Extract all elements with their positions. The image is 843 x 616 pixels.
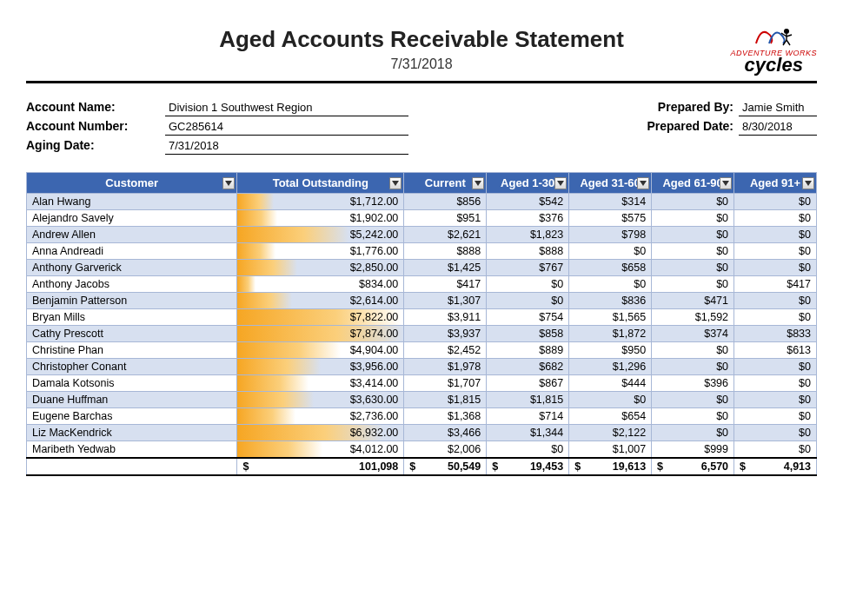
- filter-dropdown-icon[interactable]: [554, 177, 567, 189]
- cell-a2[interactable]: $575: [569, 210, 652, 227]
- cell-a3[interactable]: $0: [652, 392, 734, 408]
- filter-dropdown-icon[interactable]: [222, 177, 235, 189]
- cell-a3[interactable]: $471: [652, 293, 734, 309]
- cell-a1[interactable]: $1,823: [487, 227, 569, 243]
- cell-a2[interactable]: $1,872: [569, 326, 652, 342]
- col-header-aged-61-90[interactable]: Aged 61-90: [652, 173, 734, 194]
- cell-a2[interactable]: $1,565: [569, 309, 652, 326]
- cell-a2[interactable]: $0: [569, 243, 652, 260]
- col-header-aged-91[interactable]: Aged 91+: [734, 173, 817, 194]
- cell-customer[interactable]: Cathy Prescott: [27, 326, 237, 342]
- cell-a1[interactable]: $889: [487, 342, 569, 359]
- col-header-total[interactable]: Total Outstanding: [237, 173, 404, 194]
- cell-total[interactable]: $2,850.00: [237, 260, 404, 276]
- cell-a2[interactable]: $2,122: [569, 425, 652, 441]
- cell-total[interactable]: $1,712.00: [237, 194, 404, 210]
- cell-a1[interactable]: $0: [487, 276, 569, 293]
- cell-total[interactable]: $7,822.00: [237, 309, 404, 326]
- cell-a4[interactable]: $0: [734, 441, 817, 459]
- cell-a1[interactable]: $754: [487, 309, 569, 326]
- cell-a1[interactable]: $888: [487, 243, 569, 260]
- cell-a4[interactable]: $0: [734, 359, 817, 375]
- cell-a4[interactable]: $0: [734, 408, 817, 425]
- col-header-customer[interactable]: Customer: [27, 173, 237, 194]
- col-header-aged-1-30[interactable]: Aged 1-30: [487, 173, 569, 194]
- cell-a4[interactable]: $0: [734, 243, 817, 260]
- cell-a3[interactable]: $0: [652, 210, 734, 227]
- cell-total[interactable]: $6,932.00: [237, 425, 404, 441]
- cell-a3[interactable]: $396: [652, 375, 734, 392]
- cell-a1[interactable]: $0: [487, 293, 569, 309]
- cell-customer[interactable]: Damala Kotsonis: [27, 375, 237, 392]
- cell-customer[interactable]: Alan Hwang: [27, 194, 237, 210]
- cell-a4[interactable]: $0: [734, 210, 817, 227]
- cell-total[interactable]: $1,776.00: [237, 243, 404, 260]
- cell-a1[interactable]: $858: [487, 326, 569, 342]
- cell-a1[interactable]: $867: [487, 375, 569, 392]
- cell-a3[interactable]: $1,592: [652, 309, 734, 326]
- cell-a1[interactable]: $0: [487, 441, 569, 459]
- cell-a4[interactable]: $833: [734, 326, 817, 342]
- cell-current[interactable]: $3,911: [404, 309, 487, 326]
- cell-a4[interactable]: $0: [734, 425, 817, 441]
- cell-current[interactable]: $1,978: [404, 359, 487, 375]
- filter-dropdown-icon[interactable]: [637, 177, 649, 189]
- cell-a3[interactable]: $0: [652, 359, 734, 375]
- cell-a4[interactable]: $0: [734, 309, 817, 326]
- cell-a2[interactable]: $1,007: [569, 441, 652, 459]
- cell-a4[interactable]: $0: [734, 293, 817, 309]
- cell-current[interactable]: $888: [404, 243, 487, 260]
- cell-current[interactable]: $3,937: [404, 326, 487, 342]
- cell-a2[interactable]: $836: [569, 293, 652, 309]
- cell-a2[interactable]: $654: [569, 408, 652, 425]
- cell-customer[interactable]: Anna Andreadi: [27, 243, 237, 260]
- cell-current[interactable]: $1,307: [404, 293, 487, 309]
- cell-a3[interactable]: $374: [652, 326, 734, 342]
- cell-total[interactable]: $834.00: [237, 276, 404, 293]
- cell-a1[interactable]: $714: [487, 408, 569, 425]
- cell-a4[interactable]: $0: [734, 227, 817, 243]
- cell-a4[interactable]: $613: [734, 342, 817, 359]
- cell-total[interactable]: $5,242.00: [237, 227, 404, 243]
- cell-a2[interactable]: $444: [569, 375, 652, 392]
- cell-current[interactable]: $2,621: [404, 227, 487, 243]
- cell-a3[interactable]: $0: [652, 342, 734, 359]
- cell-a3[interactable]: $0: [652, 276, 734, 293]
- cell-a4[interactable]: $0: [734, 392, 817, 408]
- cell-current[interactable]: $2,452: [404, 342, 487, 359]
- cell-a4[interactable]: $0: [734, 260, 817, 276]
- cell-current[interactable]: $1,815: [404, 392, 487, 408]
- cell-current[interactable]: $951: [404, 210, 487, 227]
- cell-current[interactable]: $2,006: [404, 441, 487, 459]
- cell-current[interactable]: $1,707: [404, 375, 487, 392]
- cell-a2[interactable]: $658: [569, 260, 652, 276]
- filter-dropdown-icon[interactable]: [389, 177, 402, 189]
- cell-customer[interactable]: Christopher Conant: [27, 359, 237, 375]
- cell-total[interactable]: $4,904.00: [237, 342, 404, 359]
- cell-customer[interactable]: Maribeth Yedwab: [27, 441, 237, 459]
- cell-a3[interactable]: $0: [652, 243, 734, 260]
- cell-a3[interactable]: $0: [652, 227, 734, 243]
- cell-a3[interactable]: $0: [652, 425, 734, 441]
- cell-current[interactable]: $1,425: [404, 260, 487, 276]
- cell-a4[interactable]: $0: [734, 375, 817, 392]
- cell-total[interactable]: $2,736.00: [237, 408, 404, 425]
- cell-total[interactable]: $3,956.00: [237, 359, 404, 375]
- cell-total[interactable]: $3,414.00: [237, 375, 404, 392]
- cell-total[interactable]: $4,012.00: [237, 441, 404, 459]
- cell-customer[interactable]: Andrew Allen: [27, 227, 237, 243]
- cell-current[interactable]: $856: [404, 194, 487, 210]
- cell-a2[interactable]: $1,296: [569, 359, 652, 375]
- cell-a1[interactable]: $682: [487, 359, 569, 375]
- cell-customer[interactable]: Alejandro Savely: [27, 210, 237, 227]
- cell-current[interactable]: $417: [404, 276, 487, 293]
- filter-dropdown-icon[interactable]: [472, 177, 484, 189]
- cell-a2[interactable]: $0: [569, 392, 652, 408]
- cell-a1[interactable]: $1,344: [487, 425, 569, 441]
- cell-a2[interactable]: $314: [569, 194, 652, 210]
- cell-customer[interactable]: Eugene Barchas: [27, 408, 237, 425]
- cell-a4[interactable]: $417: [734, 276, 817, 293]
- cell-customer[interactable]: Bryan Mills: [27, 309, 237, 326]
- cell-a2[interactable]: $0: [569, 276, 652, 293]
- cell-a2[interactable]: $950: [569, 342, 652, 359]
